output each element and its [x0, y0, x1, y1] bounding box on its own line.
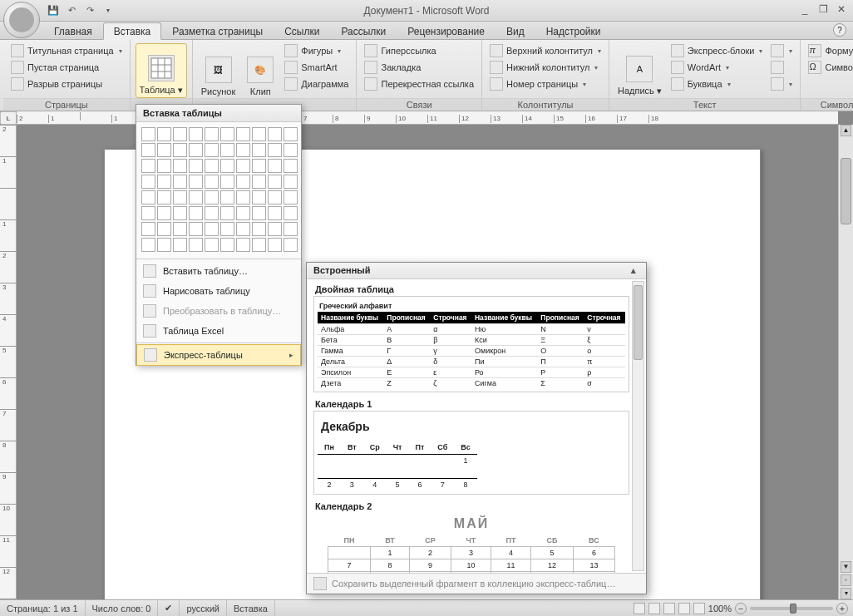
- gallery-scroll-up-icon[interactable]: ▴: [628, 265, 639, 276]
- sample-cal1[interactable]: Декабрь ПнВтСрЧтПтСбВс12345678: [313, 411, 629, 495]
- close-button[interactable]: ✕: [835, 3, 848, 15]
- grid-cell[interactable]: [189, 159, 203, 173]
- grid-cell[interactable]: [205, 143, 219, 157]
- crossref-button[interactable]: Перекрестная ссылка: [362, 76, 476, 91]
- grid-cell[interactable]: [236, 143, 250, 157]
- tab-references[interactable]: Ссылки: [274, 22, 330, 39]
- grid-cell[interactable]: [252, 143, 266, 157]
- shapes-button[interactable]: Фигуры▾: [282, 43, 351, 58]
- grid-cell[interactable]: [205, 159, 219, 173]
- grid-cell[interactable]: [189, 175, 203, 189]
- grid-cell[interactable]: [189, 190, 203, 205]
- grid-cell[interactable]: [252, 238, 266, 252]
- grid-cell[interactable]: [252, 222, 266, 236]
- grid-cell[interactable]: [284, 206, 298, 220]
- zoom-level[interactable]: 100%: [708, 604, 732, 614]
- grid-cell[interactable]: [220, 127, 234, 141]
- grid-cell[interactable]: [141, 190, 155, 205]
- blank-page-button[interactable]: Пустая страница: [8, 60, 125, 75]
- view-outline-icon[interactable]: [678, 603, 690, 614]
- wordart-button[interactable]: WordArt▾: [668, 60, 766, 75]
- gallery-scroll-thumb[interactable]: [634, 285, 643, 360]
- vertical-ruler[interactable]: 2112345678910111213: [0, 125, 17, 599]
- zoom-in-button[interactable]: +: [836, 603, 848, 614]
- table-button[interactable]: Таблица ▾: [136, 43, 187, 98]
- grid-cell[interactable]: [284, 190, 298, 205]
- minimize-button[interactable]: _: [798, 3, 811, 15]
- grid-cell[interactable]: [220, 159, 234, 173]
- signature-button[interactable]: ▾: [768, 43, 795, 58]
- picture-button[interactable]: 🖼Рисунок: [198, 43, 239, 98]
- grid-cell[interactable]: [173, 127, 187, 141]
- grid-cell[interactable]: [157, 127, 171, 141]
- grid-cell[interactable]: [205, 190, 219, 205]
- grid-cell[interactable]: [157, 222, 171, 236]
- help-icon[interactable]: ?: [833, 23, 846, 37]
- view-print-icon[interactable]: [634, 603, 645, 614]
- grid-cell[interactable]: [173, 222, 187, 236]
- insert-table-item[interactable]: Вставить таблицу…: [136, 261, 301, 281]
- grid-cell[interactable]: [252, 206, 266, 220]
- footer-button[interactable]: Нижний колонтитул▾: [487, 60, 604, 75]
- grid-cell[interactable]: [205, 175, 219, 189]
- grid-cell[interactable]: [268, 206, 282, 220]
- view-draft-icon[interactable]: [693, 603, 705, 614]
- grid-cell[interactable]: [141, 159, 155, 173]
- page-break-button[interactable]: Разрыв страницы: [8, 76, 125, 91]
- grid-cell[interactable]: [141, 206, 155, 220]
- grid-cell[interactable]: [220, 175, 234, 189]
- quickparts-button[interactable]: Экспресс-блоки▾: [668, 43, 766, 58]
- redo-icon[interactable]: ↷: [81, 2, 98, 19]
- symbol-button[interactable]: ΩСимвол▾: [806, 60, 853, 75]
- tab-mailings[interactable]: Рассылки: [330, 22, 397, 39]
- smartart-button[interactable]: SmartArt: [282, 60, 351, 75]
- grid-cell[interactable]: [141, 238, 155, 252]
- object-button[interactable]: ▾: [768, 76, 795, 91]
- grid-cell[interactable]: [205, 222, 219, 236]
- grid-cell[interactable]: [284, 159, 298, 173]
- grid-cell[interactable]: [284, 222, 298, 236]
- grid-cell[interactable]: [157, 175, 171, 189]
- grid-cell[interactable]: [157, 238, 171, 252]
- vertical-scrollbar[interactable]: ▲ ▼ ◦ ▾: [838, 125, 853, 599]
- grid-cell[interactable]: [189, 222, 203, 236]
- chart-button[interactable]: Диаграмма: [282, 76, 351, 91]
- status-language[interactable]: русский: [180, 600, 226, 616]
- tab-addins[interactable]: Надстройки: [535, 22, 612, 39]
- gallery-body[interactable]: Двойная таблица Греческий алфавит Назван…: [307, 279, 646, 573]
- tab-view[interactable]: Вид: [496, 22, 535, 39]
- grid-cell[interactable]: [205, 238, 219, 252]
- sample-cal2[interactable]: МАЙ ПНВТСРЧТПТСБВС1234567891011121314151…: [313, 513, 629, 574]
- grid-cell[interactable]: [268, 175, 282, 189]
- grid-cell[interactable]: [189, 206, 203, 220]
- status-mode[interactable]: Вставка: [227, 600, 275, 616]
- datetime-button[interactable]: [768, 60, 795, 75]
- gallery-scrollbar[interactable]: [632, 281, 644, 571]
- grid-cell[interactable]: [220, 238, 234, 252]
- grid-cell[interactable]: [189, 238, 203, 252]
- bookmark-button[interactable]: Закладка: [362, 60, 476, 75]
- grid-cell[interactable]: [189, 143, 203, 157]
- zoom-thumb[interactable]: [790, 604, 796, 614]
- grid-cell[interactable]: [141, 143, 155, 157]
- grid-cell[interactable]: [220, 143, 234, 157]
- grid-cell[interactable]: [252, 159, 266, 173]
- grid-cell[interactable]: [236, 222, 250, 236]
- grid-cell[interactable]: [252, 190, 266, 205]
- save-icon[interactable]: 💾: [45, 2, 62, 19]
- status-proof[interactable]: ✔: [158, 600, 180, 616]
- quick-tables-item[interactable]: Экспресс-таблицы▸: [136, 344, 301, 366]
- grid-cell[interactable]: [236, 238, 250, 252]
- grid-cell[interactable]: [236, 190, 250, 205]
- header-button[interactable]: Верхний колонтитул▾: [487, 43, 604, 58]
- sample-double-table[interactable]: Греческий алфавит Название буквыПрописна…: [313, 296, 629, 392]
- grid-cell[interactable]: [157, 190, 171, 205]
- grid-cell[interactable]: [141, 222, 155, 236]
- scroll-thumb[interactable]: [841, 158, 851, 224]
- tab-insert[interactable]: Вставка: [103, 22, 162, 40]
- hyperlink-button[interactable]: Гиперссылка: [362, 43, 476, 58]
- pagenum-button[interactable]: Номер страницы▾: [487, 76, 604, 91]
- grid-cell[interactable]: [157, 206, 171, 220]
- status-page[interactable]: Страница: 1 из 1: [0, 600, 86, 616]
- office-button[interactable]: [3, 2, 40, 38]
